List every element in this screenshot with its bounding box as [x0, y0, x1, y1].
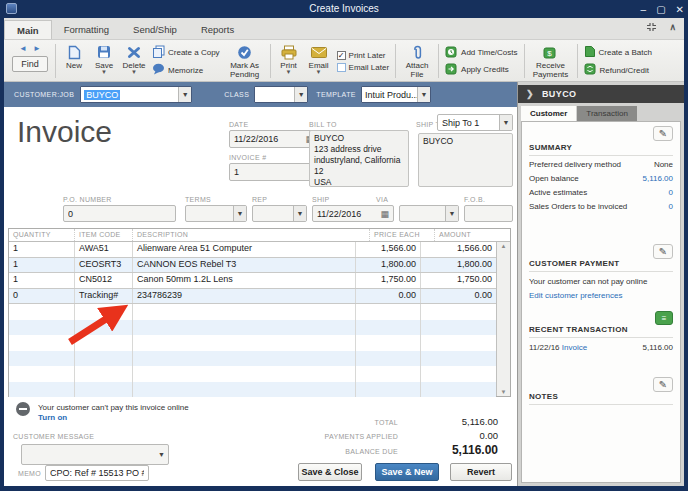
- table-row[interactable]: 0Tracking#2347862390.000.00: [9, 289, 496, 305]
- cell-qty[interactable]: 1: [9, 273, 74, 288]
- calendar-icon[interactable]: ▦: [380, 209, 389, 219]
- table-scrollbar[interactable]: ▲ ▼: [496, 242, 510, 396]
- ship-to-selector[interactable]: Ship To 1▼: [437, 114, 513, 131]
- cell-item[interactable]: AWA51: [74, 242, 132, 257]
- cell-qty[interactable]: [9, 335, 74, 351]
- cell-price[interactable]: 1,750.00: [355, 273, 420, 288]
- save-new-button[interactable]: Save & New: [375, 463, 439, 481]
- cell-amount[interactable]: [420, 382, 496, 398]
- date-field[interactable]: 11/22/2016▦: [229, 130, 319, 148]
- cell-item[interactable]: [74, 351, 132, 367]
- email-later-checkbox[interactable]: Email Later: [337, 63, 389, 72]
- refund-credit-button[interactable]: Refund/Credit: [584, 63, 652, 77]
- save-button[interactable]: Save▼: [89, 42, 119, 80]
- cell-desc[interactable]: 234786239: [132, 289, 355, 304]
- email-button[interactable]: Email▼: [304, 42, 334, 80]
- fob-field[interactable]: [464, 205, 513, 222]
- cell-price[interactable]: [355, 382, 420, 398]
- tab-formatting[interactable]: Formatting: [52, 20, 121, 39]
- cell-desc[interactable]: CANNON EOS Rebel T3: [132, 258, 355, 273]
- table-row[interactable]: 1CN5012Canon 50mm 1.2L Lens1,750.001,750…: [9, 273, 496, 289]
- mark-as-pending-button[interactable]: Mark As Pending: [223, 42, 267, 80]
- scroll-down-icon[interactable]: ▼: [501, 389, 507, 395]
- cell-qty[interactable]: [9, 366, 74, 382]
- class-combo[interactable]: ▼: [254, 86, 308, 103]
- print-button[interactable]: Print▼: [274, 42, 304, 80]
- rep-combo[interactable]: ▼: [252, 205, 307, 222]
- new-button[interactable]: New: [59, 42, 89, 80]
- cell-qty[interactable]: 0: [9, 289, 74, 304]
- cell-item[interactable]: [74, 320, 132, 336]
- table-row[interactable]: 1AWA51Alienware Area 51 Computer1,566.00…: [9, 242, 496, 258]
- recent-transaction-link[interactable]: Invoice: [562, 343, 587, 352]
- table-row[interactable]: [9, 320, 496, 336]
- customer-message-combo[interactable]: ▼: [21, 444, 169, 465]
- table-row[interactable]: 1CEOSRT3CANNON EOS Rebel T31,800.001,800…: [9, 258, 496, 274]
- cell-desc[interactable]: [132, 335, 355, 351]
- bill-to-box[interactable]: BUYCO 123 address drive industryland, Ca…: [309, 130, 409, 187]
- cell-item[interactable]: Tracking#: [74, 289, 132, 304]
- tab-send-ship[interactable]: Send/Ship: [121, 20, 189, 39]
- edit-summary-button[interactable]: ✎: [653, 126, 673, 141]
- cell-item[interactable]: [74, 335, 132, 351]
- ship-date-field[interactable]: 11/22/2016▦: [312, 205, 394, 222]
- summary-row-value[interactable]: 0: [669, 186, 673, 200]
- cell-amount[interactable]: 1,750.00: [420, 273, 496, 288]
- cell-price[interactable]: [355, 304, 420, 320]
- scroll-up-icon[interactable]: ▲: [501, 243, 507, 249]
- turn-on-link[interactable]: Turn on: [38, 413, 67, 422]
- chevron-right-icon[interactable]: ❯: [526, 89, 534, 99]
- tab-reports[interactable]: Reports: [189, 20, 246, 39]
- template-combo[interactable]: Intuit Produ... ▼: [361, 86, 431, 103]
- attach-file-button[interactable]: Attach File: [399, 42, 435, 80]
- cell-amount[interactable]: [420, 304, 496, 320]
- cell-qty[interactable]: [9, 351, 74, 367]
- cell-amount[interactable]: 1,566.00: [420, 242, 496, 257]
- chevron-down-icon[interactable]: ▼: [155, 445, 168, 464]
- edit-customer-preferences-link[interactable]: Edit customer preferences: [529, 289, 622, 303]
- edit-customer-payment-button[interactable]: ✎: [653, 244, 673, 259]
- print-later-checkbox[interactable]: ✓ Print Later: [337, 51, 389, 60]
- cell-price[interactable]: 1,566.00: [355, 242, 420, 257]
- save-close-button[interactable]: Save & Close: [298, 463, 362, 481]
- table-row[interactable]: [9, 335, 496, 351]
- cell-amount[interactable]: 0.00: [420, 289, 496, 304]
- cell-price[interactable]: [355, 335, 420, 351]
- panel-tab-customer[interactable]: Customer: [521, 106, 576, 121]
- open-transaction-button[interactable]: ≡: [655, 311, 673, 325]
- summary-row-value[interactable]: 5,116.00: [642, 172, 673, 186]
- cell-desc[interactable]: [132, 351, 355, 367]
- cell-item[interactable]: CN5012: [74, 273, 132, 288]
- chevron-down-icon[interactable]: ▼: [499, 115, 512, 130]
- terms-combo[interactable]: ▼: [185, 205, 247, 222]
- ship-to-box[interactable]: BUYCO: [418, 133, 513, 187]
- cell-qty[interactable]: [9, 382, 74, 398]
- panel-header[interactable]: ❯ BUYCO: [518, 85, 684, 103]
- cell-amount[interactable]: [420, 320, 496, 336]
- cell-price[interactable]: 1,800.00: [355, 258, 420, 273]
- maximize-button[interactable]: ▢: [656, 4, 665, 15]
- cell-item[interactable]: [74, 304, 132, 320]
- back-arrow-icon[interactable]: ◄: [19, 44, 27, 54]
- find-button[interactable]: Find: [12, 56, 48, 72]
- invoice-number-field[interactable]: 1: [229, 163, 319, 181]
- receive-payments-button[interactable]: $ Receive Payments: [528, 42, 574, 80]
- via-combo[interactable]: ▼: [399, 205, 459, 222]
- table-row[interactable]: [9, 366, 496, 382]
- chevron-down-icon[interactable]: ▼: [417, 87, 430, 102]
- cell-price[interactable]: 0.00: [355, 289, 420, 304]
- chevron-down-icon[interactable]: ▼: [445, 206, 458, 221]
- minimize-button[interactable]: –: [641, 4, 647, 15]
- cell-desc[interactable]: [132, 366, 355, 382]
- cell-amount[interactable]: [420, 335, 496, 351]
- chevron-down-icon[interactable]: ▼: [294, 87, 307, 102]
- cell-qty[interactable]: 1: [9, 258, 74, 273]
- create-copy-button[interactable]: Create a Copy: [152, 45, 220, 60]
- delete-button[interactable]: Delete▼: [119, 42, 149, 80]
- cell-qty[interactable]: [9, 320, 74, 336]
- collapse-window-icon[interactable]: [646, 22, 657, 32]
- cell-qty[interactable]: [9, 304, 74, 320]
- summary-row-value[interactable]: 0: [669, 200, 673, 214]
- cell-desc[interactable]: [132, 382, 355, 398]
- table-row[interactable]: [9, 304, 496, 320]
